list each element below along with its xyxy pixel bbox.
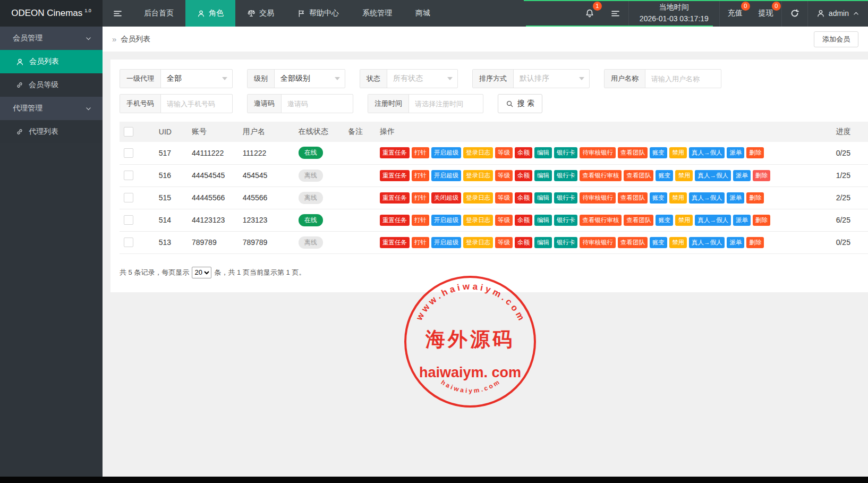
action-button-查看团队[interactable]: 查看团队 [618,192,648,204]
action-button-登录日志[interactable]: 登录日志 [463,237,493,248]
action-button-开启超级[interactable]: 开启超级 [431,147,461,158]
action-button-重置任务[interactable]: 重置任务 [380,192,410,204]
user-menu[interactable]: admin [808,0,868,27]
action-button-账变[interactable]: 账变 [650,192,667,204]
sidebar-group-member-management[interactable]: 会员管理 [0,27,103,50]
action-button-登录日志[interactable]: 登录日志 [463,192,493,204]
action-button-待审核银行[interactable]: 待审核银行 [580,237,616,248]
page-size-select[interactable]: 20 [192,267,211,278]
filter-username-input[interactable] [651,75,715,83]
quick-menu-button[interactable] [602,0,628,27]
action-button-真人→假人[interactable]: 真人→假人 [689,192,725,204]
sidebar-group-agent-management[interactable]: 代理管理 [0,97,103,120]
sidebar-toggle-button[interactable] [103,0,132,27]
action-button-登录日志[interactable]: 登录日志 [463,215,493,226]
action-button-银行卡[interactable]: 银行卡 [554,170,578,181]
select-all-checkbox[interactable] [124,127,133,137]
action-button-重置任务[interactable]: 重置任务 [380,215,410,226]
action-button-派单[interactable]: 派单 [733,215,751,226]
action-button-派单[interactable]: 派单 [733,170,751,181]
filter-register-time-input[interactable] [415,100,477,108]
refresh-button[interactable] [781,0,808,27]
action-button-删除[interactable]: 删除 [753,215,770,226]
action-button-登录日志[interactable]: 登录日志 [463,170,493,181]
action-button-银行卡[interactable]: 银行卡 [554,215,578,226]
action-button-等级[interactable]: 等级 [495,147,513,158]
row-checkbox[interactable] [124,193,133,202]
action-button-真人→假人[interactable]: 真人→假人 [695,215,731,226]
action-button-登录日志[interactable]: 登录日志 [463,147,493,158]
action-button-账变[interactable]: 账变 [656,170,673,181]
action-button-重置任务[interactable]: 重置任务 [380,170,410,181]
action-button-编辑[interactable]: 编辑 [534,192,552,204]
action-button-禁用[interactable]: 禁用 [675,215,693,226]
action-button-真人→假人[interactable]: 真人→假人 [689,237,725,248]
action-button-编辑[interactable]: 编辑 [534,215,552,226]
action-button-查看团队[interactable]: 查看团队 [624,215,653,226]
filter-status-select[interactable]: 所有状态 [387,70,457,88]
add-member-button[interactable]: 添加会员 [814,31,858,47]
action-button-待审核银行[interactable]: 待审核银行 [580,192,616,204]
action-button-余额[interactable]: 余额 [515,192,532,204]
action-button-打针[interactable]: 打针 [412,170,429,181]
action-button-删除[interactable]: 删除 [746,192,764,204]
action-button-查看银行审核[interactable]: 查看银行审核 [580,215,622,226]
filter-invite-code-input[interactable] [287,100,347,108]
action-button-禁用[interactable]: 禁用 [669,237,687,248]
action-button-禁用[interactable]: 禁用 [675,170,693,181]
search-button[interactable]: 搜 索 [498,94,542,113]
action-button-银行卡[interactable]: 银行卡 [554,237,578,248]
nav-item-system[interactable]: 系统管理 [351,0,404,27]
row-checkbox[interactable] [124,148,133,158]
nav-item-help-center[interactable]: 帮助中心 [286,0,351,27]
action-button-余额[interactable]: 余额 [515,237,532,248]
action-button-待审核银行[interactable]: 待审核银行 [580,147,616,158]
notifications-button[interactable]: 1 [577,0,602,27]
filter-first-agent-select[interactable]: 全部 [161,70,232,88]
action-button-编辑[interactable]: 编辑 [534,147,552,158]
row-checkbox[interactable] [124,238,133,247]
action-button-余额[interactable]: 余额 [515,147,532,158]
nav-item-roles[interactable]: 角色 [185,0,235,27]
action-button-打针[interactable]: 打针 [412,237,429,248]
sidebar-item-member-list[interactable]: 会员列表 [0,50,103,73]
nav-item-dashboard[interactable]: 后台首页 [132,0,185,27]
action-button-删除[interactable]: 删除 [746,147,764,158]
action-button-等级[interactable]: 等级 [495,192,513,204]
action-button-开启超级[interactable]: 开启超级 [431,237,461,248]
action-button-真人→假人[interactable]: 真人→假人 [689,147,725,158]
action-button-打针[interactable]: 打针 [412,147,429,158]
action-button-查看团队[interactable]: 查看团队 [624,170,653,181]
action-button-重置任务[interactable]: 重置任务 [380,147,410,158]
nav-item-mall[interactable]: 商城 [404,0,442,27]
sidebar-item-agent-list[interactable]: 代理列表 [0,120,103,143]
recharge-button[interactable]: 充值 0 [720,0,751,27]
action-button-等级[interactable]: 等级 [495,215,513,226]
action-button-重置任务[interactable]: 重置任务 [380,237,410,248]
action-button-派单[interactable]: 派单 [727,192,744,204]
action-button-派单[interactable]: 派单 [727,147,744,158]
sidebar-item-member-level[interactable]: 会员等级 [0,73,103,97]
action-button-禁用[interactable]: 禁用 [669,147,687,158]
action-button-派单[interactable]: 派单 [727,237,744,248]
action-button-真人→假人[interactable]: 真人→假人 [695,170,731,181]
action-button-删除[interactable]: 删除 [746,237,764,248]
action-button-打针[interactable]: 打针 [412,215,429,226]
filter-phone-input[interactable] [167,100,226,108]
row-checkbox[interactable] [124,215,133,225]
action-button-账变[interactable]: 账变 [656,215,673,226]
action-button-等级[interactable]: 等级 [495,170,513,181]
withdraw-button[interactable]: 提现 0 [751,0,781,27]
action-button-查看团队[interactable]: 查看团队 [618,147,648,158]
action-button-开启超级[interactable]: 开启超级 [431,170,461,181]
action-button-银行卡[interactable]: 银行卡 [554,147,578,158]
action-button-查看银行审核[interactable]: 查看银行审核 [580,170,622,181]
action-button-等级[interactable]: 等级 [495,237,513,248]
app-logo[interactable]: ODEON Cinemas1.0 [0,0,103,27]
action-button-账变[interactable]: 账变 [650,237,667,248]
action-button-开启超级[interactable]: 开启超级 [431,215,461,226]
filter-sort-select[interactable]: 默认排序 [514,70,589,88]
row-checkbox[interactable] [124,171,133,180]
action-button-禁用[interactable]: 禁用 [669,192,687,204]
action-button-关闭超级[interactable]: 关闭超级 [431,192,461,204]
